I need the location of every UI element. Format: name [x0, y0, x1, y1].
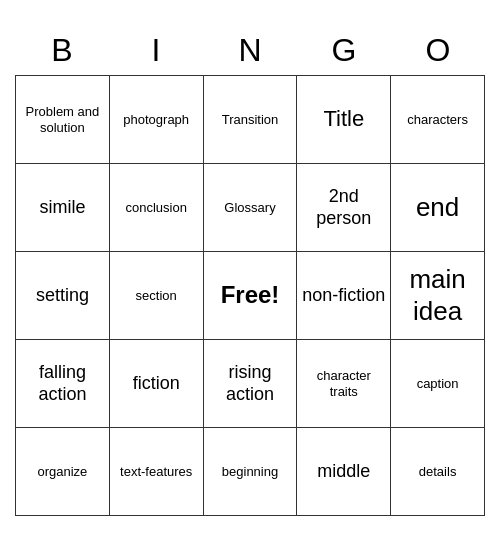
letter-i: I — [112, 32, 200, 69]
bingo-cell[interactable]: Glossary — [204, 164, 298, 252]
cell-text-24: details — [419, 464, 457, 480]
bingo-cell[interactable]: Problem and solution — [16, 76, 110, 164]
letter-b: B — [18, 32, 106, 69]
cell-text-10: setting — [36, 285, 89, 307]
cell-text-15: falling action — [20, 362, 105, 405]
cell-text-1: photograph — [123, 112, 189, 128]
cell-text-7: Glossary — [224, 200, 275, 216]
bingo-cell[interactable]: main idea — [391, 252, 485, 340]
cell-text-9: end — [416, 192, 459, 223]
cell-text-3: Title — [323, 106, 364, 132]
bingo-cell[interactable]: text-features — [110, 428, 204, 516]
bingo-cell[interactable]: photograph — [110, 76, 204, 164]
bingo-cell[interactable]: rising action — [204, 340, 298, 428]
bingo-card: B I N G O Problem and solutionphotograph… — [15, 28, 485, 516]
bingo-cell[interactable]: section — [110, 252, 204, 340]
cell-text-2: Transition — [222, 112, 279, 128]
cell-text-20: organize — [37, 464, 87, 480]
cell-text-5: simile — [39, 197, 85, 219]
bingo-cell[interactable]: non-fiction — [297, 252, 391, 340]
bingo-cell[interactable]: end — [391, 164, 485, 252]
cell-text-14: main idea — [395, 264, 480, 326]
bingo-cell[interactable]: Title — [297, 76, 391, 164]
cell-text-4: characters — [407, 112, 468, 128]
bingo-cell[interactable]: falling action — [16, 340, 110, 428]
cell-text-6: conclusion — [125, 200, 186, 216]
bingo-cell[interactable]: Free! — [204, 252, 298, 340]
cell-text-0: Problem and solution — [20, 104, 105, 135]
bingo-cell[interactable]: caption — [391, 340, 485, 428]
bingo-cell[interactable]: beginning — [204, 428, 298, 516]
bingo-header: B I N G O — [15, 28, 485, 75]
bingo-cell[interactable]: details — [391, 428, 485, 516]
cell-text-19: caption — [417, 376, 459, 392]
letter-g: G — [300, 32, 388, 69]
bingo-cell[interactable]: middle — [297, 428, 391, 516]
cell-text-11: section — [136, 288, 177, 304]
bingo-cell[interactable]: setting — [16, 252, 110, 340]
bingo-cell[interactable]: simile — [16, 164, 110, 252]
bingo-cell[interactable]: conclusion — [110, 164, 204, 252]
bingo-cell[interactable]: organize — [16, 428, 110, 516]
cell-text-22: beginning — [222, 464, 278, 480]
bingo-cell[interactable]: 2nd person — [297, 164, 391, 252]
bingo-cell[interactable]: Transition — [204, 76, 298, 164]
cell-text-18: character traits — [301, 368, 386, 399]
bingo-grid: Problem and solutionphotographTransition… — [15, 75, 485, 516]
letter-o: O — [394, 32, 482, 69]
cell-text-12: Free! — [221, 281, 280, 310]
cell-text-23: middle — [317, 461, 370, 483]
cell-text-16: fiction — [133, 373, 180, 395]
cell-text-21: text-features — [120, 464, 192, 480]
bingo-cell[interactable]: characters — [391, 76, 485, 164]
bingo-cell[interactable]: character traits — [297, 340, 391, 428]
cell-text-8: 2nd person — [301, 186, 386, 229]
cell-text-13: non-fiction — [302, 285, 385, 307]
cell-text-17: rising action — [208, 362, 293, 405]
letter-n: N — [206, 32, 294, 69]
bingo-cell[interactable]: fiction — [110, 340, 204, 428]
